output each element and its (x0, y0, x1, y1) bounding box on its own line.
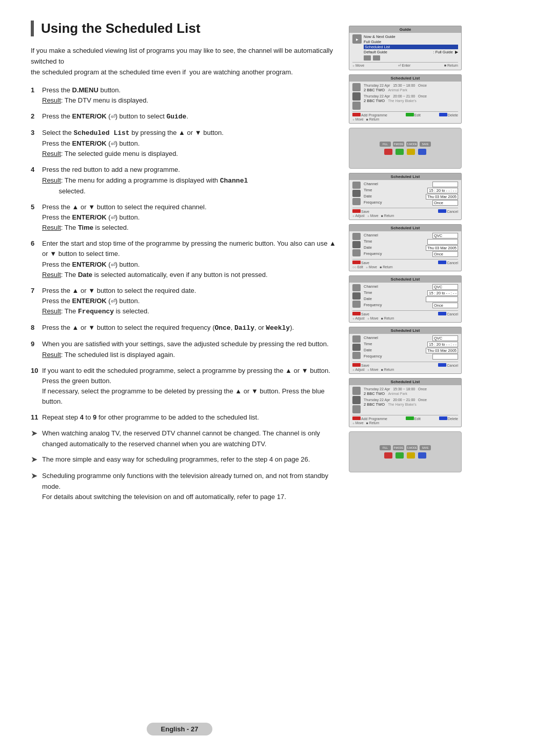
tv-7-icon2 (352, 344, 361, 351)
tv-7-footer: Save Cancel (352, 362, 458, 367)
tv-7-fields: Channel QVC Time 15 : 20 to - - : - - Da… (364, 335, 458, 360)
tv-5-row-channel: Channel QVC (364, 233, 458, 238)
tv-8-nav: ⬦ Move ■ Return (352, 421, 458, 425)
tv-2-icon (352, 83, 361, 91)
tv-8-footer: Add Programme Edit Delete (352, 415, 458, 421)
tv-screen-2: Scheduled List Thursday 22 Apr 15:30 ~ 1… (349, 74, 462, 124)
remote-btn-save: SAVE (420, 142, 431, 147)
tv-8-icon (352, 387, 361, 395)
tv-1-footer: ⬦ Move⏎ Enter■ Return (352, 62, 458, 68)
remote-top-2: FILL P.MODE S.MODE SAVE (380, 445, 431, 450)
tv-2-content: Thursday 22 Apr 15:30 ~ 18:00 Once 2 BBC… (364, 83, 458, 110)
remote-color-buttons-1 (384, 149, 426, 155)
remote-yellow-btn-2[interactable] (407, 452, 415, 459)
tv-5-icon2 (352, 241, 361, 248)
remote-blue-btn-2[interactable] (418, 452, 426, 459)
tv-6-row-freq: Frequency Once (364, 303, 458, 308)
note-content-2: The more simple and easy way for schedul… (42, 454, 339, 465)
tv-screen-6-title: Scheduled List (349, 276, 461, 283)
step-content-5: Press the ▲ or ▼ button to select the re… (42, 202, 339, 233)
remote-btn-fill-2: FILL (380, 445, 391, 450)
step-number-2: 2 (31, 111, 42, 122)
tv-1-item-2: Full Guide (364, 39, 458, 44)
note-2: ➤ The more simple and easy way for sched… (31, 454, 339, 466)
tv-5-icons (352, 233, 362, 257)
step-11: 11 Repeat step 4 to 9 for other programm… (31, 412, 339, 423)
tv-4-icons (352, 182, 362, 206)
tv-4-row-time: Time 15 : 20 to - - : - - (364, 188, 458, 193)
tv-7-row-time: Time 15 : 20 to - - : - - (364, 342, 458, 347)
tv-4-icon2 (352, 190, 361, 197)
step-content-9: When you are satisfied with your setting… (42, 339, 339, 360)
tv-screen-6: Scheduled List Channel QVC Time 15 : 20 … (349, 275, 462, 323)
remote-yellow-btn[interactable] (407, 149, 415, 155)
tv-5-row-freq: Frequency Once (364, 251, 458, 257)
tv-2-nav: ⬦ Move ■ Return (352, 117, 458, 121)
tv-6-row-channel: Channel QVC (364, 284, 458, 290)
tv-1-icons-row (364, 55, 458, 61)
tv-screen-1-title: Guide (349, 26, 461, 33)
tv-7-nav: ⬦ Adjust ⬦ Move ■ Return (352, 368, 458, 371)
tv-2-entry-1: Thursday 22 Apr 15:30 ~ 18:00 Once 2 BBC… (364, 83, 458, 93)
tv-6-icon3 (352, 301, 361, 308)
note-arrow-2: ➤ (31, 453, 42, 466)
step-content-7: Press the ▲ or ▼ button to select the re… (42, 286, 339, 317)
step-content-8: Press the ▲ or ▼ button to select the re… (42, 323, 339, 333)
tv-screen-2-title: Scheduled List (349, 75, 461, 82)
step-number-6: 6 (31, 238, 42, 280)
remote-blue-btn[interactable] (418, 149, 426, 155)
tv-7-icons (352, 335, 362, 360)
page-title: Using the Scheduled List (31, 21, 339, 36)
remote-btn-smode-2: S.MODE (406, 445, 418, 450)
intro-text: If you make a scheduled viewing list of … (31, 46, 339, 77)
note-arrow-1: ➤ (31, 427, 42, 440)
step-number-11: 11 (31, 412, 42, 423)
remote-red-btn-2[interactable] (384, 452, 392, 459)
tv-6-icon1 (352, 284, 361, 291)
remote-red-btn[interactable] (384, 149, 392, 155)
tv-5-icon1 (352, 233, 361, 240)
step-number-4: 4 (31, 165, 42, 196)
tv-1-item-3: Scheduled List (364, 45, 458, 49)
tv-2-entry-2: Thursday 22 Apr 20:00 ~ 21:00 Once 2 BBC… (364, 94, 458, 104)
tv-8-side (352, 387, 362, 413)
step-4: 4 Press the red button to add a new prog… (31, 165, 339, 196)
step-content-4: Press the red button to add a new progra… (42, 165, 339, 196)
tv-4-icon1 (352, 182, 361, 189)
remote-green-btn[interactable] (395, 149, 404, 155)
step-number-5: 5 (31, 202, 42, 233)
tv-6-row-time: Time 15 : 20 to - - : - - (364, 290, 458, 296)
main-content: Using the Scheduled List If you make a s… (31, 21, 349, 735)
page-container: Using the Scheduled List If you make a s… (0, 0, 554, 756)
remote-btn-pmode-2: P.MODE (393, 445, 404, 450)
tv-7-row-date: Date Thu 03 Mar 2005 (364, 348, 458, 353)
remote-green-btn-2[interactable] (395, 452, 404, 459)
tv-4-icon3 (352, 198, 361, 205)
tv-5-icon3 (352, 249, 361, 256)
tv-6-nav: ⬦ Adjust ⬦ Move ■ Return (352, 316, 458, 320)
step-number-8: 8 (31, 323, 42, 333)
tv-2-icon2 (352, 92, 361, 101)
note-content-3: Scheduling programme only functions with… (42, 471, 339, 502)
step-7: 7 Press the ▲ or ▼ button to select the … (31, 286, 339, 317)
step-number-10: 10 (31, 366, 42, 407)
tv-7-icon1 (352, 335, 361, 343)
tv-1-icon-a (364, 55, 371, 61)
step-number-9: 9 (31, 339, 42, 360)
tv-5-row-date: Date Thu 03 Mar 2005 (364, 245, 458, 251)
tv-6-icon2 (352, 292, 361, 300)
remote-btn-fill: FILL (380, 142, 391, 147)
step-content-10: If you want to edit the scheduled progra… (42, 366, 339, 407)
tv-1-item-4: Default Guide: Full Guide ▶ (364, 50, 458, 54)
remote-color-buttons-2 (384, 452, 426, 459)
step-5: 5 Press the ▲ or ▼ button to select the … (31, 202, 339, 233)
right-panel: Guide ▶ Now & Next Guide Full Guide Sche… (349, 21, 462, 735)
tv-2-footer: Add Programme Edit Delete (352, 111, 458, 117)
step-number-1: 1 (31, 85, 42, 106)
tv-8-entry-2: Thursday 22 Apr 20:00 ~ 21:00 Once 2 BBC… (364, 397, 458, 407)
notes-section: ➤ When watching analog TV, the reserved … (31, 428, 339, 502)
tv-7-row-freq: Frequency Once (364, 354, 458, 360)
tv-2-side (352, 83, 362, 110)
tv-6-icons (352, 284, 362, 309)
note-3: ➤ Scheduling programme only functions wi… (31, 471, 339, 502)
